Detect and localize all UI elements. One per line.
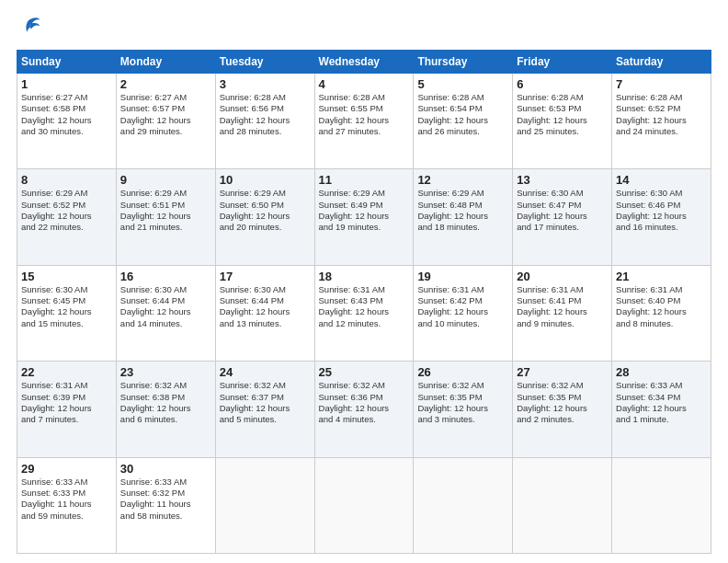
day-info-line: and 21 minutes. xyxy=(120,222,211,233)
day-number: 11 xyxy=(319,173,410,187)
day-info-line: Sunset: 6:50 PM xyxy=(220,200,311,211)
day-info-line: Daylight: 12 hours xyxy=(120,403,211,414)
weekday-header: Monday xyxy=(116,51,215,74)
calendar-week-row: 1Sunrise: 6:27 AMSunset: 6:58 PMDaylight… xyxy=(17,74,711,169)
calendar-cell: 14Sunrise: 6:30 AMSunset: 6:46 PMDayligh… xyxy=(612,169,711,265)
day-number: 17 xyxy=(220,270,311,283)
day-info-line: Sunset: 6:58 PM xyxy=(21,103,112,114)
day-info-line: Sunrise: 6:28 AM xyxy=(220,92,311,103)
day-info-line: Daylight: 12 hours xyxy=(21,211,112,222)
calendar-cell: 16Sunrise: 6:30 AMSunset: 6:44 PMDayligh… xyxy=(116,265,215,361)
calendar-cell: 21Sunrise: 6:31 AMSunset: 6:40 PMDayligh… xyxy=(612,265,711,361)
calendar-cell: 29Sunrise: 6:33 AMSunset: 6:33 PMDayligh… xyxy=(17,457,117,553)
day-info-line: Sunrise: 6:33 AM xyxy=(120,477,211,488)
calendar-cell: 19Sunrise: 6:31 AMSunset: 6:42 PMDayligh… xyxy=(414,265,513,361)
day-number: 23 xyxy=(120,365,211,379)
day-info-line: and 20 minutes. xyxy=(220,222,311,233)
calendar-cell: 30Sunrise: 6:33 AMSunset: 6:32 PMDayligh… xyxy=(116,457,215,553)
page: SundayMondayTuesdayWednesdayThursdayFrid… xyxy=(0,0,728,563)
day-info-line: Sunrise: 6:28 AM xyxy=(417,92,508,103)
logo xyxy=(17,15,46,40)
day-info-line: and 24 minutes. xyxy=(616,126,707,137)
day-info-line: Daylight: 12 hours xyxy=(220,115,311,126)
day-info-line: Sunrise: 6:31 AM xyxy=(417,284,508,295)
day-info-line: Sunrise: 6:32 AM xyxy=(417,380,508,391)
calendar-cell: 12Sunrise: 6:29 AMSunset: 6:48 PMDayligh… xyxy=(414,169,513,265)
day-info-line: and 28 minutes. xyxy=(220,126,311,137)
day-info-line: Sunset: 6:56 PM xyxy=(220,103,311,114)
calendar-cell xyxy=(414,457,513,553)
day-info-line: and 12 minutes. xyxy=(319,318,410,329)
calendar-cell: 18Sunrise: 6:31 AMSunset: 6:43 PMDayligh… xyxy=(314,265,414,361)
day-info-line: Sunrise: 6:28 AM xyxy=(517,92,608,103)
header xyxy=(17,15,711,40)
day-info-line: Daylight: 12 hours xyxy=(517,403,608,414)
calendar-cell: 1Sunrise: 6:27 AMSunset: 6:58 PMDaylight… xyxy=(17,74,117,169)
day-number: 2 xyxy=(120,77,211,91)
day-number: 4 xyxy=(319,77,410,91)
calendar-cell: 5Sunrise: 6:28 AMSunset: 6:54 PMDaylight… xyxy=(414,74,513,169)
calendar-cell xyxy=(314,457,414,553)
day-info-line: and 58 minutes. xyxy=(120,511,211,522)
day-info-line: Sunrise: 6:33 AM xyxy=(21,477,112,488)
day-number: 25 xyxy=(319,365,410,379)
day-info-line: Sunset: 6:46 PM xyxy=(616,200,707,211)
day-info-line: Sunrise: 6:31 AM xyxy=(517,284,608,295)
day-info-line: Daylight: 12 hours xyxy=(517,306,608,317)
calendar-cell: 10Sunrise: 6:29 AMSunset: 6:50 PMDayligh… xyxy=(215,169,314,265)
day-info-line: Sunset: 6:34 PM xyxy=(616,392,707,403)
day-info-line: Sunset: 6:51 PM xyxy=(120,200,211,211)
day-info-line: Sunrise: 6:33 AM xyxy=(616,380,707,391)
day-info-line: Daylight: 12 hours xyxy=(616,211,707,222)
day-info-line: Sunset: 6:35 PM xyxy=(517,392,608,403)
day-info-line: Daylight: 11 hours xyxy=(120,499,211,510)
day-info-line: Daylight: 12 hours xyxy=(120,211,211,222)
day-info-line: and 14 minutes. xyxy=(120,318,211,329)
day-info-line: Sunrise: 6:30 AM xyxy=(21,284,112,295)
day-info-line: and 17 minutes. xyxy=(517,222,608,233)
day-number: 16 xyxy=(120,270,211,283)
day-info-line: and 19 minutes. xyxy=(319,222,410,233)
day-info-line: Sunrise: 6:32 AM xyxy=(319,380,410,391)
day-info-line: Sunset: 6:35 PM xyxy=(417,392,508,403)
calendar-cell: 20Sunrise: 6:31 AMSunset: 6:41 PMDayligh… xyxy=(513,265,612,361)
day-info-line: and 29 minutes. xyxy=(120,126,211,137)
day-info-line: Daylight: 12 hours xyxy=(220,211,311,222)
calendar-cell: 6Sunrise: 6:28 AMSunset: 6:53 PMDaylight… xyxy=(513,74,612,169)
weekday-header: Thursday xyxy=(414,51,513,74)
day-info-line: and 2 minutes. xyxy=(517,414,608,425)
day-info-line: and 4 minutes. xyxy=(319,414,410,425)
day-number: 10 xyxy=(220,173,311,187)
day-info-line: Daylight: 12 hours xyxy=(417,211,508,222)
day-number: 24 xyxy=(220,365,311,379)
day-info-line: Sunrise: 6:32 AM xyxy=(220,380,311,391)
day-info-line: Sunrise: 6:31 AM xyxy=(21,380,112,391)
calendar-cell xyxy=(513,457,612,553)
day-info-line: Sunset: 6:53 PM xyxy=(517,103,608,114)
calendar-cell: 7Sunrise: 6:28 AMSunset: 6:52 PMDaylight… xyxy=(612,74,711,169)
day-info-line: Daylight: 12 hours xyxy=(220,306,311,317)
day-info-line: Sunset: 6:47 PM xyxy=(517,200,608,211)
day-info-line: and 15 minutes. xyxy=(21,318,112,329)
day-number: 21 xyxy=(616,270,707,283)
day-number: 20 xyxy=(517,270,608,283)
calendar-cell: 27Sunrise: 6:32 AMSunset: 6:35 PMDayligh… xyxy=(513,362,612,457)
day-number: 13 xyxy=(517,173,608,187)
day-number: 27 xyxy=(517,365,608,379)
day-info-line: Sunrise: 6:29 AM xyxy=(120,188,211,199)
day-number: 30 xyxy=(120,462,211,476)
day-info-line: and 5 minutes. xyxy=(220,414,311,425)
day-number: 6 xyxy=(517,77,608,91)
day-info-line: and 9 minutes. xyxy=(517,318,608,329)
day-info-line: Daylight: 12 hours xyxy=(319,306,410,317)
calendar-cell: 25Sunrise: 6:32 AMSunset: 6:36 PMDayligh… xyxy=(314,362,414,457)
calendar-header-row: SundayMondayTuesdayWednesdayThursdayFrid… xyxy=(17,51,711,74)
weekday-header: Tuesday xyxy=(215,51,314,74)
logo-bird-icon xyxy=(17,15,42,40)
day-info-line: Sunrise: 6:30 AM xyxy=(120,284,211,295)
calendar-cell: 28Sunrise: 6:33 AMSunset: 6:34 PMDayligh… xyxy=(612,362,711,457)
day-info-line: and 6 minutes. xyxy=(120,414,211,425)
calendar-cell: 4Sunrise: 6:28 AMSunset: 6:55 PMDaylight… xyxy=(314,74,414,169)
day-info-line: Daylight: 12 hours xyxy=(319,211,410,222)
day-info-line: and 30 minutes. xyxy=(21,126,112,137)
